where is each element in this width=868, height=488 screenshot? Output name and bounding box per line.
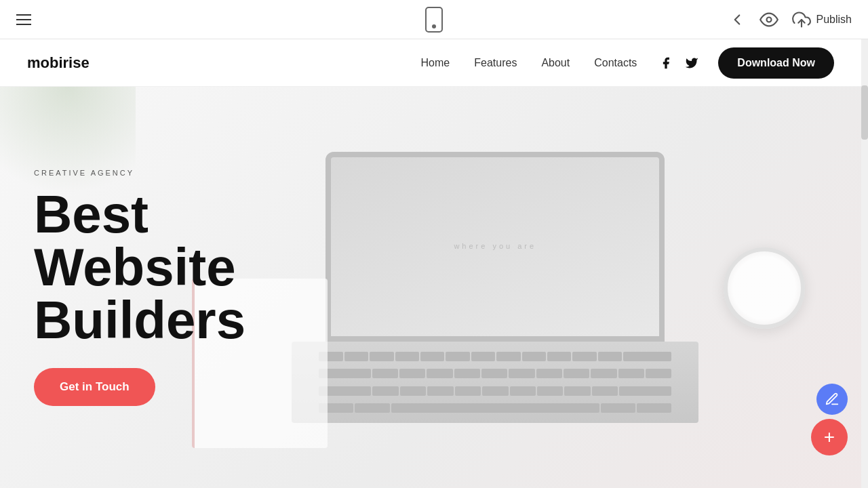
key	[510, 386, 536, 396]
key	[522, 352, 546, 361]
laptop-screen: where you are	[326, 152, 665, 342]
eye-icon	[760, 10, 778, 29]
site-nav-links: Home Features About Contacts	[421, 57, 637, 69]
facebook-icon[interactable]	[658, 56, 673, 70]
scrollbar-track[interactable]	[861, 39, 868, 488]
nav-link-home[interactable]: Home	[421, 57, 450, 68]
toolbar-left	[16, 14, 31, 25]
key	[496, 352, 520, 361]
key	[372, 386, 398, 396]
key	[370, 352, 393, 361]
key	[564, 369, 589, 378]
key	[455, 386, 481, 396]
key	[592, 386, 618, 396]
key-row-4	[319, 401, 671, 417]
mobile-icon	[425, 7, 443, 33]
key-row-1	[319, 348, 671, 365]
keyboard-keys	[292, 342, 698, 423]
site-area: mobirise Home Features About Contacts Do…	[0, 39, 868, 488]
key	[618, 369, 644, 378]
back-button[interactable]	[728, 11, 746, 28]
nav-link-features[interactable]: Features	[474, 57, 517, 68]
scrollbar-thumb[interactable]	[861, 85, 868, 140]
key	[564, 386, 590, 396]
site-wrapper: mobirise Home Features About Contacts Do…	[0, 39, 861, 488]
key	[454, 369, 480, 378]
publish-button[interactable]: Publish	[792, 10, 852, 29]
key	[601, 403, 635, 413]
key	[619, 386, 671, 396]
publish-icon	[792, 10, 811, 29]
key	[481, 369, 507, 378]
laptop-screen-content: where you are	[454, 241, 536, 253]
key	[509, 369, 534, 378]
key	[637, 403, 671, 413]
get-in-touch-button[interactable]: Get in Touch	[34, 368, 155, 406]
hamburger-button[interactable]	[16, 14, 31, 25]
key	[427, 369, 452, 378]
key	[420, 352, 444, 361]
hamburger-icon	[16, 14, 31, 25]
hero-title-line2: Builders	[34, 290, 245, 350]
key	[646, 369, 671, 378]
key	[446, 352, 469, 361]
nav-item-home[interactable]: Home	[421, 57, 450, 69]
nav-item-features[interactable]: Features	[474, 57, 517, 69]
key	[482, 386, 508, 396]
hero-section: where you are	[0, 87, 861, 488]
hero-title: Best Website Builders	[34, 188, 319, 346]
toolbar: Publish	[0, 0, 868, 39]
key	[623, 352, 671, 361]
key	[372, 369, 398, 378]
key	[598, 352, 622, 361]
key-row-3	[319, 383, 671, 399]
laptop-illustration: where you are	[292, 152, 698, 423]
nav-item-contacts[interactable]: Contacts	[594, 57, 637, 69]
social-icons	[658, 56, 699, 70]
twitter-icon[interactable]	[684, 56, 699, 70]
hero-title-line1: Best Website	[34, 184, 236, 297]
key	[471, 352, 495, 361]
key	[591, 369, 616, 378]
toolbar-right: Publish	[728, 10, 852, 29]
preview-button[interactable]	[760, 10, 778, 29]
nav-link-contacts[interactable]: Contacts	[594, 57, 637, 68]
site-nav: mobirise Home Features About Contacts Do…	[0, 39, 861, 87]
nav-link-about[interactable]: About	[541, 57, 570, 68]
key	[547, 352, 571, 361]
site-logo: mobirise	[27, 54, 90, 72]
key	[537, 386, 563, 396]
hero-content: CREATIVE AGENCY Best Website Builders Ge…	[0, 169, 353, 406]
svg-point-0	[766, 17, 771, 22]
back-icon	[728, 11, 746, 28]
float-plus-button[interactable]: +	[811, 419, 848, 455]
key	[399, 369, 425, 378]
key	[536, 369, 562, 378]
key	[572, 352, 596, 361]
float-pencil-button[interactable]	[816, 384, 848, 415]
nav-item-about[interactable]: About	[541, 57, 570, 69]
laptop-keyboard	[292, 342, 698, 423]
key	[355, 403, 389, 413]
key	[395, 352, 419, 361]
hero-eyebrow: CREATIVE AGENCY	[34, 169, 319, 177]
key-row-2	[319, 366, 671, 382]
download-now-button[interactable]: Download Now	[718, 47, 834, 79]
publish-label: Publish	[816, 14, 852, 26]
key	[427, 386, 453, 396]
pencil-icon	[825, 392, 840, 407]
key	[391, 403, 599, 413]
key	[400, 386, 426, 396]
toolbar-center	[425, 7, 443, 33]
magnifier-decoration	[724, 247, 805, 329]
mobile-preview-button[interactable]	[425, 7, 443, 33]
